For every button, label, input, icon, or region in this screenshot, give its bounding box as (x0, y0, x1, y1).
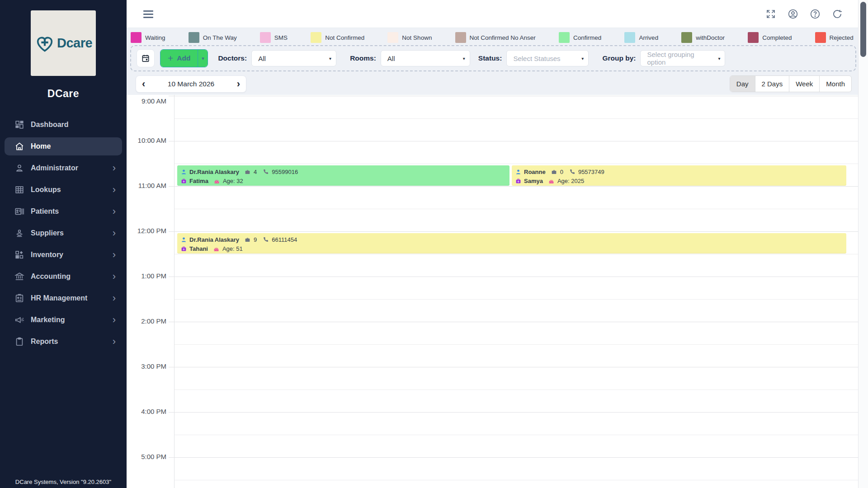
logo-text: Dcare (57, 36, 92, 51)
sidebar-item-label: Patients (31, 207, 59, 216)
chevron-right-icon: › (113, 185, 116, 194)
legend-item: withDoctor (681, 32, 725, 43)
legend-item: Completed (748, 32, 792, 43)
time-label: 11:00 AM (127, 182, 166, 191)
status-select[interactable]: Select Statuses▾ (506, 50, 589, 66)
doctor-icon (181, 237, 187, 243)
legend-item: Not Confirmed (311, 32, 364, 43)
legend-label: Not Confirmed No Anser (470, 34, 536, 41)
sidebar-item-accounting[interactable]: Accounting › (5, 267, 122, 286)
caret-down-icon: ▾ (329, 56, 331, 61)
calendar-icon (141, 54, 150, 63)
sidebar-item-administrator[interactable]: Administrator › (5, 159, 122, 177)
sidebar-item-reports[interactable]: Reports › (5, 333, 122, 351)
sidebar-item-patients[interactable]: Patients › (5, 202, 122, 221)
rooms-select[interactable]: All▾ (381, 50, 470, 66)
sidebar-item-label: Reports (31, 338, 58, 346)
room-icon (551, 169, 557, 175)
legend-swatch (559, 32, 570, 43)
add-dropdown-toggle[interactable]: ▾ (198, 50, 208, 67)
room-icon (245, 169, 250, 175)
legend-swatch (311, 32, 321, 43)
legend-swatch (748, 32, 759, 43)
tab-day[interactable]: Day (730, 76, 755, 92)
legend-item: On The Way (189, 32, 237, 43)
sidebar-item-label: Dashboard (31, 121, 69, 129)
group-by-label: Group by: (602, 54, 636, 62)
supplier-icon (14, 228, 25, 239)
time-label: 2:00 PM (127, 317, 166, 326)
patient-icon (181, 178, 187, 184)
doctors-select[interactable]: All▾ (251, 50, 336, 66)
sidebar-item-label: Inventory (31, 251, 63, 259)
caret-down-icon: ▾ (581, 56, 584, 61)
age-cake-icon (214, 178, 220, 184)
filter-toolbar: +Add ▾ Doctors: All▾ Rooms: All▾ Status:… (130, 45, 856, 71)
table-grid-icon (14, 184, 25, 195)
sidebar-item-label: Accounting (31, 272, 71, 281)
legend-item: Not Confirmed No Anser (455, 32, 536, 43)
appointment-card[interactable]: Roanne 0 95573749 Samya Age: 2025 (512, 165, 846, 186)
next-day-button[interactable]: › (237, 80, 240, 89)
doctors-label: Doctors: (218, 54, 247, 62)
phone-icon (263, 237, 269, 242)
legend-item: Arrived (624, 32, 658, 43)
sidebar-item-marketing[interactable]: Marketing › (5, 311, 122, 329)
calendar-button[interactable] (137, 49, 155, 67)
add-appointment-button[interactable]: +Add (160, 50, 198, 67)
legend-label: Rejected (830, 34, 854, 41)
legend-swatch (260, 32, 271, 43)
view-switcher: Day 2 Days Week Month (730, 75, 852, 92)
legend-swatch (681, 32, 692, 43)
dashboard-icon (14, 119, 25, 130)
legend-item: Waiting (131, 32, 165, 43)
sidebar-item-hr-management[interactable]: HR Management › (5, 289, 122, 307)
date-bar: ‹ 10 March 2026 › Day 2 Days Week Month (127, 75, 868, 93)
tab-2-days[interactable]: 2 Days (755, 76, 790, 92)
legend-item: Not Shown (387, 32, 432, 43)
legend-swatch (131, 32, 142, 43)
doctor-icon (181, 169, 187, 175)
patient-icon (515, 178, 521, 184)
sidebar-item-suppliers[interactable]: Suppliers › (5, 224, 122, 242)
date-navigator: ‹ 10 March 2026 › (136, 75, 246, 93)
plus-icon: + (168, 54, 173, 62)
appointment-card[interactable]: Dr.Rania Alaskary 4 95599016 Fatima Age:… (177, 165, 509, 186)
scrollbar-thumb[interactable] (860, 2, 866, 57)
legend-label: Waiting (145, 34, 165, 41)
help-icon[interactable] (810, 9, 821, 19)
legend-label: withDoctor (696, 34, 725, 41)
sidebar-item-home[interactable]: Home (5, 137, 122, 155)
phone-icon (570, 169, 575, 174)
add-split-button: +Add ▾ (160, 49, 208, 67)
app-title: DCare (0, 88, 127, 100)
user-account-icon[interactable] (788, 9, 798, 19)
sidebar-item-dashboard[interactable]: Dashboard (5, 116, 122, 134)
appointment-card[interactable]: Dr.Rania Alaskary 9 66111454 Tahani Age:… (177, 233, 846, 253)
legend-item: Confirmed (559, 32, 601, 43)
age-cake-icon (213, 246, 219, 252)
chevron-right-icon: › (113, 229, 116, 238)
legend-label: SMS (274, 34, 288, 41)
sidebar-item-lookups[interactable]: Lookups › (5, 181, 122, 199)
home-icon (14, 141, 25, 152)
time-gutter-line (174, 95, 175, 488)
main-content: Waiting On The Way SMS Not Confirmed Not… (127, 0, 868, 488)
legend-label: On The Way (203, 34, 237, 41)
legend-swatch (624, 32, 635, 43)
schedule-grid: 9:00 AM 10:00 AM 11:00 AM 12:00 PM 1:00 … (127, 95, 868, 488)
vertical-scrollbar[interactable] (858, 0, 868, 488)
patient-icon (181, 246, 187, 252)
menu-toggle-icon[interactable] (143, 10, 153, 20)
tab-week[interactable]: Week (789, 76, 820, 92)
tab-month[interactable]: Month (820, 76, 851, 92)
prev-day-button[interactable]: ‹ (142, 80, 145, 89)
chevron-right-icon: › (113, 294, 116, 303)
legend-label: Completed (762, 34, 792, 41)
chevron-right-icon: › (113, 337, 116, 346)
group-by-select[interactable]: Select grouping option▾ (640, 50, 725, 66)
dcare-app: Dcare DCare Dashboard Home Administrato (0, 0, 868, 488)
fullscreen-icon[interactable] (765, 9, 776, 19)
sidebar-item-inventory[interactable]: Inventory › (5, 246, 122, 264)
refresh-icon[interactable] (832, 9, 843, 19)
